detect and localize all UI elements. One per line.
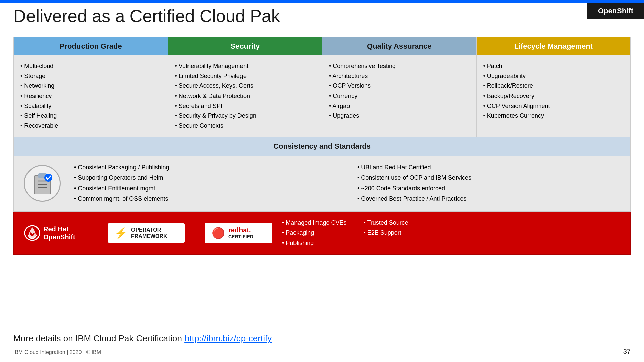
list-item: Packaging <box>282 228 346 238</box>
consistency-body: Consistent Packaging / Publishing Suppor… <box>14 156 630 211</box>
list-item: Recoverable <box>20 121 161 131</box>
list-item: Storage <box>20 71 161 81</box>
consistency-right-list: UBI and Red Hat Certified Consistent use… <box>357 162 620 204</box>
list-item: Managed Image CVEs <box>282 218 346 228</box>
cp-certify-link[interactable]: http://ibm.biz/cp-certify <box>184 333 272 343</box>
redhat-bullets-left: Managed Image CVEs Packaging Publishing <box>282 218 346 248</box>
list-item: Upgrades <box>329 111 470 121</box>
col-body-lifecycle: Patch Upgradeability Rollback/Restore Ba… <box>476 55 631 137</box>
list-item: E2E Support <box>363 228 408 238</box>
list-item: Secrets and SPI <box>175 101 316 111</box>
list-item: Airgap <box>329 101 470 111</box>
list-item: OCP Versions <box>329 81 470 91</box>
col-body-quality: Comprehensive Testing Architectures OCP … <box>322 55 476 137</box>
list-item: Limited Security Privilege <box>175 71 316 81</box>
svg-point-5 <box>44 174 52 182</box>
col-body-security: Vulnerability Management Limited Securit… <box>168 55 322 137</box>
redhat-certified-box: 🔴 redhat. CERTIFIED <box>205 223 272 243</box>
list-item: Vulnerability Management <box>175 61 316 71</box>
list-item: Networking <box>20 81 161 91</box>
operator-framework-box: ⚡ OPERATOR FRAMEWORK <box>108 223 185 243</box>
redhat-bullets-right: Trusted Source E2E Support <box>363 218 408 248</box>
list-item: Publishing <box>282 238 346 248</box>
more-details: More details on IBM Cloud Pak Certificat… <box>13 333 272 344</box>
main-content: Production Grade Security Quality Assura… <box>13 37 631 255</box>
openshift-label: OpenShift <box>598 7 633 15</box>
list-item: Upgradeability <box>483 71 624 81</box>
list-item: UBI and Red Hat Certified <box>357 162 620 173</box>
list-item: Supporting Operators and Helm <box>74 173 337 183</box>
security-list: Vulnerability Management Limited Securit… <box>175 61 316 131</box>
list-item: ~200 Code Standards enforced <box>357 183 620 194</box>
redhat-logo: Red Hat OpenShift <box>24 225 98 241</box>
operator-icon: ⚡ <box>114 227 128 239</box>
page-number: 37 <box>623 348 631 355</box>
consistency-section: Consistency and Standards <box>13 137 631 212</box>
list-item: Comprehensive Testing <box>329 61 470 71</box>
col-header-production: Production Grade <box>14 37 168 55</box>
list-item: OCP Version Alignment <box>483 101 624 111</box>
list-item: Governed Best Practice / Anti Practices <box>357 194 620 204</box>
consistency-header: Consistency and Standards <box>14 137 630 156</box>
list-item: Multi-cloud <box>20 61 161 71</box>
redhat-icon <box>24 225 41 241</box>
list-item: Secure Contexts <box>175 121 316 131</box>
operator-text: OPERATOR FRAMEWORK <box>131 227 167 239</box>
list-item: Backup/Recovery <box>483 91 624 101</box>
list-item: Self Healing <box>20 111 161 121</box>
list-item: Consistent Packaging / Publishing <box>74 162 337 173</box>
list-item: Patch <box>483 61 624 71</box>
list-item: Architectures <box>329 71 470 81</box>
list-item: Scalability <box>20 101 161 111</box>
list-item: Resiliency <box>20 91 161 101</box>
redhat-section: Red Hat OpenShift ⚡ OPERATOR FRAMEWORK 🔴… <box>13 212 631 255</box>
list-item: Consistent Entitlement mgmt <box>74 183 337 194</box>
page-title: Delivered as a Certified Cloud Pak <box>13 6 280 26</box>
consistency-left-list: Consistent Packaging / Publishing Suppor… <box>74 162 337 204</box>
footer-copyright: IBM Cloud Integration | 2020 | © IBM <box>13 349 101 355</box>
clipboard-icon <box>24 165 61 202</box>
redhat-logo-text: Red Hat OpenShift <box>43 225 75 241</box>
col-body-production: Multi-cloud Storage Networking Resilienc… <box>14 55 168 137</box>
list-item: Currency <box>329 91 470 101</box>
list-item: Trusted Source <box>363 218 408 228</box>
list-item: Rollback/Restore <box>483 81 624 91</box>
clipboard-svg <box>32 172 53 195</box>
production-list: Multi-cloud Storage Networking Resilienc… <box>20 61 161 131</box>
rh-certified-text: redhat. CERTIFIED <box>228 226 253 240</box>
openshift-badge: OpenShift <box>587 3 644 19</box>
top-grid: Production Grade Security Quality Assura… <box>13 37 631 137</box>
rh-cert-icon: 🔴 <box>212 227 225 239</box>
top-bar <box>0 0 644 3</box>
col-header-security: Security <box>168 37 322 55</box>
list-item: Secure Access, Keys, Certs <box>175 81 316 91</box>
col-header-quality: Quality Assurance <box>322 37 476 55</box>
list-item: Consistent use of OCP and IBM Services <box>357 173 620 183</box>
list-item: Common mgmt. of OSS elements <box>74 194 337 204</box>
list-item: Kubernetes Currency <box>483 111 624 121</box>
consistency-lists: Consistent Packaging / Publishing Suppor… <box>74 162 620 204</box>
list-item: Security & Privacy by Design <box>175 111 316 121</box>
quality-list: Comprehensive Testing Architectures OCP … <box>329 61 470 121</box>
col-header-lifecycle: Lifecycle Management <box>476 37 631 55</box>
redhat-bullets: Managed Image CVEs Packaging Publishing … <box>282 218 620 248</box>
lifecycle-list: Patch Upgradeability Rollback/Restore Ba… <box>483 61 624 121</box>
list-item: Network & Data Protection <box>175 91 316 101</box>
